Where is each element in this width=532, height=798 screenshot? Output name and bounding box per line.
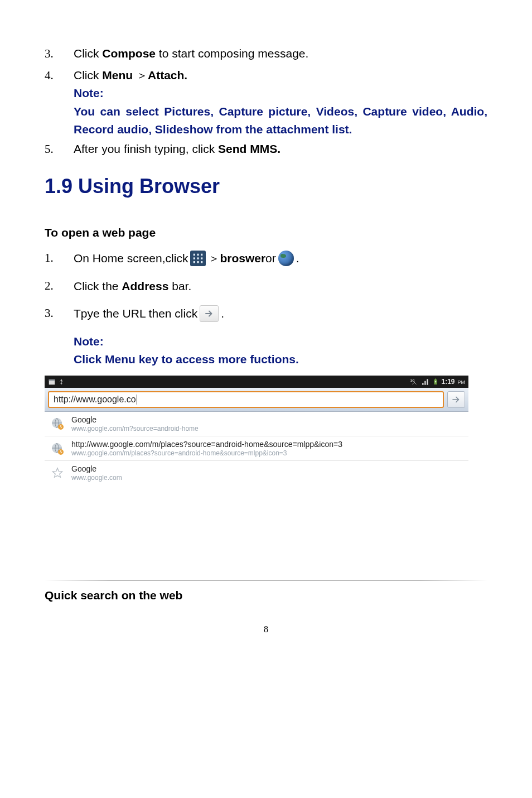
svg-rect-13 <box>435 378 436 379</box>
list-item-3: 3. Click Compose to start composing mess… <box>45 45 487 63</box>
svg-rect-5 <box>201 257 202 259</box>
list-body: Click Menu ＞Attach. Note: You can select… <box>74 66 487 139</box>
usb-icon <box>58 378 65 386</box>
status-bar: 3G 1:19PM <box>45 376 468 388</box>
suggestion-title: Google <box>71 415 199 425</box>
address-input[interactable]: http://www.google.co <box>48 391 444 408</box>
list-body: On Home screen,click ＞broswer or . <box>74 249 487 267</box>
note2-body: Click Menu key to access more fuctions. <box>74 350 487 369</box>
status-time-pm: PM <box>458 379 466 385</box>
svg-rect-6 <box>194 261 195 263</box>
text-caret <box>137 395 137 405</box>
bookmark-star-icon <box>50 466 65 480</box>
globe-icon <box>278 251 294 266</box>
suggestion-item[interactable]: Google www.google.com/m?source=android-h… <box>45 412 468 436</box>
svg-rect-7 <box>197 261 199 263</box>
status-time: 1:19 <box>441 378 454 386</box>
subheading-open-page: To open a web page <box>45 226 487 239</box>
suggestion-title: http://www.google.com/m/places?source=an… <box>71 440 342 449</box>
section-heading: 1.9 Using Browser <box>45 175 487 198</box>
page-number: 8 <box>45 624 487 634</box>
list-body: Click the Address bar. <box>74 277 487 295</box>
suggestion-url: www.google.com <box>71 474 122 482</box>
calendar-icon <box>48 378 56 386</box>
note-label: Note: <box>74 84 487 103</box>
apps-grid-icon <box>190 251 206 266</box>
go-arrow-icon <box>200 305 219 322</box>
list-number: 1. <box>45 249 74 267</box>
step-1: 1. On Home screen,click ＞broswer or . <box>45 249 487 267</box>
list-number: 3. <box>45 45 74 63</box>
suggestion-list: Google www.google.com/m?source=android-h… <box>45 412 468 485</box>
list-body: Tpye the URL then click . <box>74 305 487 323</box>
note-body: You can select Pictures, Capture picture… <box>74 103 487 139</box>
list-number: 2. <box>45 277 74 295</box>
signal-icon <box>421 378 430 386</box>
subheading-quick-search: Quick search on the web <box>45 589 487 602</box>
address-bar-row: http://www.google.co <box>45 388 468 412</box>
battery-icon <box>432 378 439 386</box>
svg-text:3G: 3G <box>410 379 415 382</box>
suggestion-title: Google <box>71 464 122 474</box>
list-number: 3. <box>45 305 74 323</box>
address-value: http://www.google.co <box>54 395 136 405</box>
svg-rect-1 <box>197 254 199 256</box>
note2-label: Note: <box>74 333 487 351</box>
suggestion-item[interactable]: http://www.google.com/m/places?source=an… <box>45 436 468 461</box>
svg-rect-3 <box>194 257 195 259</box>
suggestion-url: www.google.com/m?source=android-home <box>71 425 199 432</box>
svg-rect-2 <box>201 254 202 256</box>
network-3g-icon: 3G <box>410 378 419 386</box>
browser-screenshot: 3G 1:19PM http://www.google.co Google <box>45 376 468 485</box>
svg-rect-8 <box>201 261 202 263</box>
svg-rect-0 <box>194 254 195 256</box>
go-button[interactable] <box>447 391 465 408</box>
list-number: 5. <box>45 140 74 158</box>
list-item-5: 5. After you finish typing, click Send M… <box>45 140 487 158</box>
svg-rect-4 <box>197 257 199 259</box>
divider <box>45 580 487 581</box>
suggestion-url: www.google.com/m/places?source=android-h… <box>71 449 342 457</box>
step-3: 3. Tpye the URL then click . <box>45 305 487 323</box>
step-2: 2. Click the Address bar. <box>45 277 487 295</box>
list-body: Click Compose to start composing message… <box>74 45 487 63</box>
list-body: After you finish typing, click Send MMS. <box>74 140 487 158</box>
history-globe-icon <box>50 441 65 456</box>
list-item-4: 4. Click Menu ＞Attach. Note: You can sel… <box>45 66 487 139</box>
svg-rect-10 <box>49 379 55 381</box>
list-number: 4. <box>45 66 74 85</box>
history-globe-icon <box>50 416 65 431</box>
suggestion-item[interactable]: Google www.google.com <box>45 461 468 485</box>
